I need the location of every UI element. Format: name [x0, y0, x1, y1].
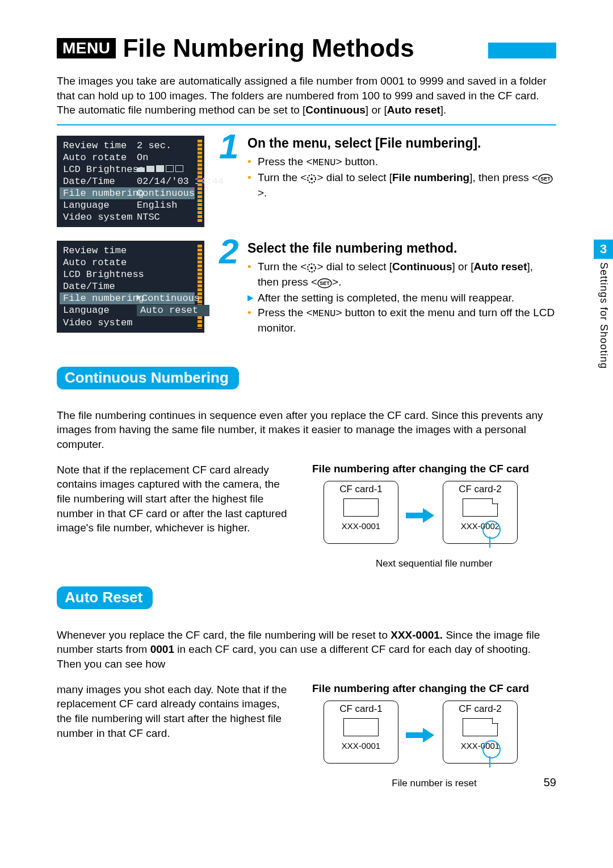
section-b-diagram-title: File numbering after changing the CF car…	[312, 682, 556, 695]
section-a-diagram-title: File numbering after changing the CF car…	[312, 463, 556, 475]
set-button-icon: SET	[317, 275, 332, 290]
lcd-screenshot-2: Review time Auto rotate LCD Brightness D…	[57, 241, 204, 333]
intro-paragraph: The images you take are automatically as…	[57, 74, 556, 118]
step-1-row: Review time2 sec. Auto rotateOn LCD Brig…	[57, 136, 556, 227]
step-2-bullet-1: Turn the <> dial to select [Continuous] …	[247, 259, 556, 290]
section-b-paragraph-1: Whenever you replace the CF card, the fi…	[57, 628, 556, 672]
step-2-title: Select the file numbering method.	[247, 241, 556, 256]
page-title: File Numbering Methods	[123, 34, 477, 62]
divider-line	[57, 124, 556, 125]
step-number-2: 2	[219, 234, 238, 269]
menu-selection-arrow-icon	[137, 295, 141, 300]
section-autoreset-heading: Auto Reset	[57, 586, 153, 609]
section-a-paragraph-1: The file numbering continues in sequence…	[57, 408, 556, 452]
section-b-caption: File number is reset	[312, 778, 556, 789]
step-2-bullet-3: Press the <MENU> button to exit the menu…	[247, 305, 556, 336]
dial-icon	[306, 260, 317, 275]
page-number: 59	[544, 776, 556, 789]
step-1-bullet-2: Turn the <> dial to select [File numberi…	[247, 170, 556, 200]
cf-card-diagram-continuous: CF card-1 XXX-0001 CF card-2 XXX-0002	[312, 481, 556, 555]
lcd-screenshot-1: Review time2 sec. Auto rotateOn LCD Brig…	[57, 136, 204, 227]
step-2-row: Review time Auto rotate LCD Brightness D…	[57, 241, 556, 336]
cf-card-diagram-autoreset: CF card-1 XXX-0001 CF card-2 XXX-0001	[312, 701, 556, 774]
step-number-1: 1	[219, 129, 238, 164]
section-continuous-heading: Continuous Numbering	[57, 367, 239, 389]
svg-point-1	[310, 178, 313, 180]
page-title-row: MENU File Numbering Methods	[57, 34, 556, 62]
brightness-indicator-icon	[137, 164, 198, 172]
step-1-bullet-1: Press the <MENU> button.	[247, 154, 556, 170]
chapter-label: Settings for Shooting	[598, 262, 610, 369]
menu-button-label: MENU	[313, 308, 336, 319]
chapter-number-badge: 3	[594, 240, 613, 259]
highlight-circle-icon	[482, 740, 501, 758]
svg-text:SET: SET	[540, 176, 551, 182]
title-accent-bar	[488, 43, 556, 58]
set-button-icon: SET	[538, 171, 553, 186]
dial-icon	[306, 171, 317, 186]
menu-button-label: MENU	[313, 157, 336, 168]
section-a-paragraph-2: Note that if the replacement CF card alr…	[57, 463, 295, 569]
section-a-caption: Next sequential file number	[312, 558, 556, 569]
arrow-right-icon	[406, 508, 434, 525]
step-2-bullet-2: After the setting is completed, the menu…	[247, 291, 556, 305]
svg-point-5	[310, 267, 313, 269]
side-chapter-tab: 3 Settings for Shooting	[594, 240, 613, 369]
step-1-title: On the menu, select [File numbering].	[247, 136, 556, 151]
svg-text:SET: SET	[320, 280, 330, 286]
highlight-circle-icon	[482, 521, 501, 539]
arrow-right-icon	[406, 728, 434, 745]
lcd-scrollbar-icon	[198, 140, 202, 223]
section-b-paragraph-2: many images you shot each day. Note that…	[57, 682, 295, 789]
menu-badge-icon: MENU	[57, 38, 116, 58]
